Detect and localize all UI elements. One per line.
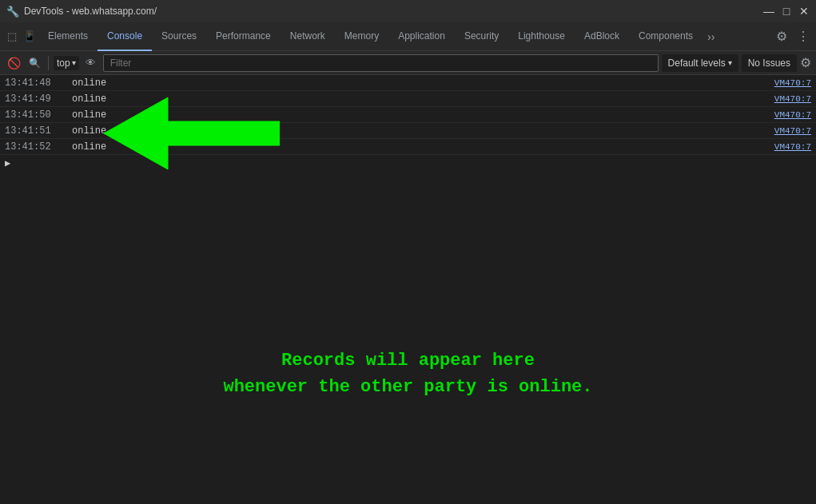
tab-memory[interactable]: Memory (335, 22, 388, 51)
top-label: top (57, 58, 70, 69)
log-message: online (69, 77, 755, 89)
log-source[interactable]: VM470:7 (755, 110, 811, 120)
filter-input[interactable] (103, 54, 659, 72)
log-timestamp: 13:41:48 (5, 77, 69, 89)
issues-label: No Issues (748, 58, 790, 69)
annotation-text: Records will appear here whenever the ot… (0, 347, 816, 400)
tab-elements[interactable]: Elements (38, 22, 98, 51)
devtools-settings-icon[interactable]: ⚙ (770, 29, 794, 44)
context-dropdown-icon: ▾ (72, 58, 76, 67)
log-message: online (69, 93, 755, 105)
log-source[interactable]: VM470:7 (755, 78, 811, 88)
log-timestamp: 13:41:49 (5, 93, 69, 105)
log-timestamp: 13:41:52 (5, 141, 69, 153)
log-message: online (69, 125, 755, 137)
levels-dropdown-icon: ▾ (728, 58, 732, 67)
log-timestamp: 13:41:51 (5, 125, 69, 137)
log-timestamp: 13:41:50 (5, 109, 69, 121)
context-selector[interactable]: top ▾ (54, 56, 79, 70)
title-bar-left: 🔧 DevTools - web.whatsapp.com/ (6, 6, 157, 18)
tab-lighthouse[interactable]: Lighthouse (508, 22, 575, 51)
eye-icon[interactable]: 👁 (82, 54, 100, 72)
devtools-more-icon[interactable]: ⋮ (794, 29, 813, 44)
tab-adblock[interactable]: AdBlock (575, 22, 629, 51)
inspect-element-icon[interactable]: ⬚ (3, 28, 21, 46)
console-area: 13:41:48 online VM470:7 13:41:49 online … (0, 75, 816, 504)
no-issues-button[interactable]: No Issues (742, 54, 797, 72)
close-button[interactable]: ✕ (798, 6, 810, 17)
log-message: online (69, 141, 755, 153)
prompt-arrow-icon: ▶ (5, 157, 10, 169)
tab-security[interactable]: Security (455, 22, 508, 51)
table-row: 13:41:48 online VM470:7 (0, 75, 816, 91)
filter-icon[interactable]: 🔍 (26, 54, 43, 72)
table-row: 13:41:51 online VM470:7 (0, 123, 816, 139)
toolbar-divider-1 (48, 56, 49, 70)
tab-network[interactable]: Network (281, 22, 335, 51)
tab-components[interactable]: Components (629, 22, 703, 51)
log-source[interactable]: VM470:7 (755, 94, 811, 104)
log-source[interactable]: VM470:7 (755, 142, 811, 152)
console-settings-icon[interactable]: ⚙ (800, 55, 811, 70)
console-toolbar: 🚫 🔍 top ▾ 👁 Default levels ▾ No Issues ⚙ (0, 51, 816, 75)
devtools-icon: 🔧 (6, 6, 19, 18)
log-source[interactable]: VM470:7 (755, 126, 811, 136)
title-bar-title: DevTools - web.whatsapp.com/ (24, 6, 157, 17)
table-row: 13:41:49 online VM470:7 (0, 91, 816, 107)
tab-application[interactable]: Application (388, 22, 455, 51)
maximize-button[interactable]: □ (781, 6, 792, 17)
minimize-button[interactable]: — (763, 6, 774, 17)
console-prompt[interactable]: ▶ (0, 155, 816, 171)
tab-bar: ⬚ 📱 Elements Console Sources Performance… (0, 22, 816, 51)
levels-label: Default levels (668, 58, 726, 69)
annotation-line2: whenever the other party is online. (0, 374, 816, 400)
tab-sources[interactable]: Sources (152, 22, 206, 51)
table-row: 13:41:50 online VM470:7 (0, 107, 816, 123)
title-bar: 🔧 DevTools - web.whatsapp.com/ — □ ✕ (0, 0, 816, 22)
more-tabs-icon[interactable]: ›› (703, 30, 719, 43)
tab-performance[interactable]: Performance (206, 22, 281, 51)
table-row: 13:41:52 online VM470:7 (0, 139, 816, 155)
tab-console[interactable]: Console (98, 22, 152, 51)
annotation-line1: Records will appear here (0, 347, 816, 374)
device-toggle-icon[interactable]: 📱 (21, 28, 38, 46)
clear-console-icon[interactable]: 🚫 (5, 54, 22, 72)
log-message: online (69, 109, 755, 121)
title-bar-controls[interactable]: — □ ✕ (763, 6, 810, 17)
default-levels-button[interactable]: Default levels ▾ (662, 54, 738, 72)
